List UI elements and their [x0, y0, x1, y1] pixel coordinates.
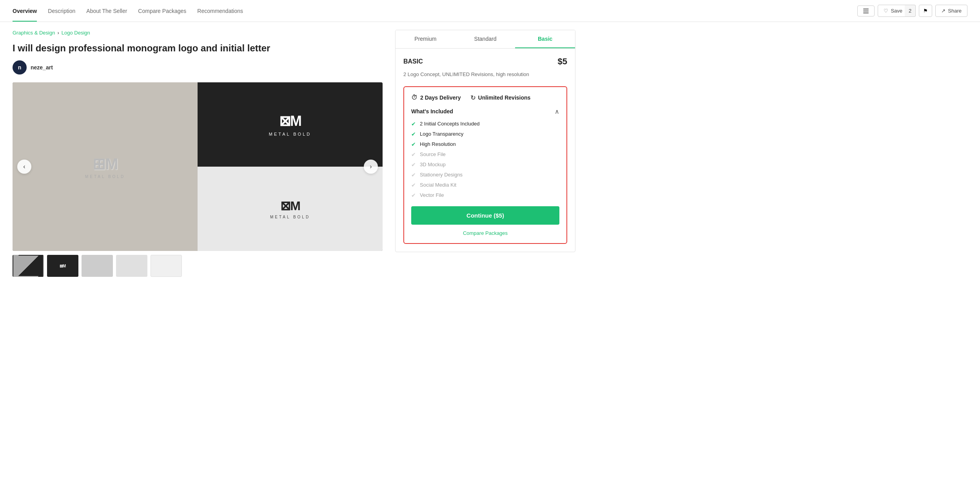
check-icon-social-media-kit: ✔ [411, 182, 416, 188]
save-label: Save [891, 8, 902, 14]
tab-about-seller[interactable]: About The Seller [86, 0, 127, 22]
thumbnail-4[interactable] [116, 255, 147, 277]
feature-label-source-file: Source File [420, 151, 446, 157]
tab-compare-packages[interactable]: Compare Packages [138, 0, 186, 22]
package-content: BASIC $5 2 Logo Concept, UNLIMITED Revis… [396, 49, 575, 252]
right-column: Premium Standard Basic BASIC $5 2 Logo C… [395, 30, 575, 277]
logo-text-light-bg: METAL BOLD [270, 215, 310, 219]
thumbnail-1[interactable] [13, 255, 44, 277]
chevron-up-icon[interactable]: ∧ [555, 108, 559, 115]
check-icon-3d-mockup: ✔ [411, 162, 416, 168]
save-count: 2 [905, 5, 916, 17]
carousel-prev-button[interactable]: ‹ [17, 160, 31, 174]
thumbnails: ⊠M [13, 255, 383, 277]
tab-standard[interactable]: Standard [456, 30, 515, 48]
avatar: n [13, 60, 27, 74]
share-button[interactable]: ↗ Share [935, 5, 967, 17]
tab-premium[interactable]: Premium [396, 30, 456, 48]
feature-label-high-resolution: High Resolution [420, 141, 456, 147]
check-icon-vector-file: ✔ [411, 192, 416, 198]
main-image: ⊞M METAL BOLD ⊠M METAL BOLD ⊠M METAL BOL… [13, 82, 383, 251]
share-label: Share [948, 8, 962, 14]
nav-actions: ♡ Save 2 ⚑ ↗ Share [857, 5, 967, 17]
package-description: 2 Logo Concept, UNLIMITED Revisions, hig… [403, 71, 567, 78]
package-name: BASIC [403, 58, 423, 65]
continue-button[interactable]: Continue ($5) [411, 206, 559, 225]
feature-source-file: ✔ Source File [411, 151, 559, 158]
save-button[interactable]: ♡ Save [878, 5, 908, 17]
delivery-label: 2 Days Delivery [420, 94, 461, 101]
package-tabs: Premium Standard Basic [396, 30, 575, 49]
revisions-label: Unlimited Revisions [478, 94, 531, 101]
image-right-bottom: ⊠M METAL BOLD [198, 167, 383, 251]
delivery-item: ⏱ 2 Days Delivery [411, 94, 461, 101]
package-price: $5 [558, 56, 567, 67]
check-icon-initial-concepts: ✔ [411, 121, 416, 127]
avatar-initial: n [18, 64, 22, 71]
heart-icon: ♡ [884, 8, 888, 14]
breadcrumb-category[interactable]: Graphics & Design [13, 30, 55, 36]
thumbnail-5[interactable] [151, 255, 182, 277]
refresh-icon: ↻ [470, 94, 475, 102]
feature-stationery-designs: ✔ Stationery Designs [411, 172, 559, 178]
logo-mark-light-bg: ⊠M [280, 198, 300, 213]
feature-logo-transparency: ✔ Logo Transparency [411, 131, 559, 137]
tab-recommendations[interactable]: Recommendations [197, 0, 243, 22]
tab-description[interactable]: Description [48, 0, 75, 22]
feature-label-logo-transparency: Logo Transparency [420, 131, 463, 137]
tab-overview[interactable]: Overview [13, 0, 37, 22]
thumbnail-2[interactable]: ⊠M [47, 255, 78, 277]
feature-3d-mockup: ✔ 3D Mockup [411, 162, 559, 168]
menu-icon [863, 9, 869, 13]
logo-text-dark-bg: METAL BOLD [269, 132, 311, 136]
page-content: Graphics & Design › Logo Design I will d… [0, 22, 588, 285]
check-icon-stationery-designs: ✔ [411, 172, 416, 178]
top-navigation: Overview Description About The Seller Co… [0, 0, 980, 22]
image-right-top: ⊠M METAL BOLD [198, 82, 383, 167]
thumbnail-3[interactable] [82, 255, 113, 277]
image-left: ⊞M METAL BOLD [13, 82, 198, 251]
feature-label-stationery-designs: Stationery Designs [420, 172, 463, 178]
feature-high-resolution: ✔ High Resolution [411, 141, 559, 147]
whats-included-label: What's Included [411, 108, 453, 114]
check-icon-high-resolution: ✔ [411, 141, 416, 147]
included-box: ⏱ 2 Days Delivery ↻ Unlimited Revisions … [403, 86, 567, 244]
image-right: ⊠M METAL BOLD ⊠M METAL BOLD [198, 82, 383, 251]
package-panel: Premium Standard Basic BASIC $5 2 Logo C… [395, 30, 575, 252]
logo-text-left: METAL BOLD [85, 174, 125, 179]
breadcrumb-subcategory[interactable]: Logo Design [62, 30, 90, 36]
left-column: Graphics & Design › Logo Design I will d… [13, 30, 383, 277]
feature-social-media-kit: ✔ Social Media Kit [411, 182, 559, 188]
tab-basic[interactable]: Basic [515, 30, 575, 48]
check-icon-logo-transparency: ✔ [411, 131, 416, 137]
feature-label-3d-mockup: 3D Mockup [420, 162, 446, 167]
share-icon: ↗ [941, 8, 946, 14]
breadcrumb-separator: › [57, 30, 59, 36]
breadcrumb: Graphics & Design › Logo Design [13, 30, 383, 36]
flag-button[interactable]: ⚑ [919, 5, 932, 17]
feature-label-vector-file: Vector File [420, 192, 444, 198]
feature-initial-concepts: ✔ 2 Initial Concepts Included [411, 121, 559, 127]
flag-icon: ⚑ [923, 8, 928, 14]
carousel-next-button[interactable]: › [364, 160, 378, 174]
image-inner: ⊞M METAL BOLD ⊠M METAL BOLD ⊠M METAL BOL… [13, 82, 383, 251]
logo-mark-dark-bg: ⊠M [279, 113, 301, 129]
seller-name[interactable]: neze_art [31, 64, 53, 71]
whats-included-header: What's Included ∧ [411, 108, 559, 115]
seller-row: n neze_art [13, 60, 383, 74]
clock-icon: ⏱ [411, 94, 417, 101]
compare-packages-link[interactable]: Compare Packages [411, 230, 559, 236]
gig-title: I will design professional monogram logo… [13, 42, 383, 54]
feature-list: ✔ 2 Initial Concepts Included ✔ Logo Tra… [411, 121, 559, 198]
feature-vector-file: ✔ Vector File [411, 192, 559, 198]
package-header: BASIC $5 [403, 56, 567, 67]
revisions-item: ↻ Unlimited Revisions [470, 94, 531, 102]
feature-label-social-media-kit: Social Media Kit [420, 182, 456, 188]
nav-tabs: Overview Description About The Seller Co… [13, 0, 243, 22]
feature-label-initial-concepts: 2 Initial Concepts Included [420, 121, 479, 127]
delivery-row: ⏱ 2 Days Delivery ↻ Unlimited Revisions [411, 94, 559, 102]
check-icon-source-file: ✔ [411, 151, 416, 158]
menu-button[interactable] [857, 5, 875, 16]
logo-mark-left: ⊞M [93, 155, 117, 173]
